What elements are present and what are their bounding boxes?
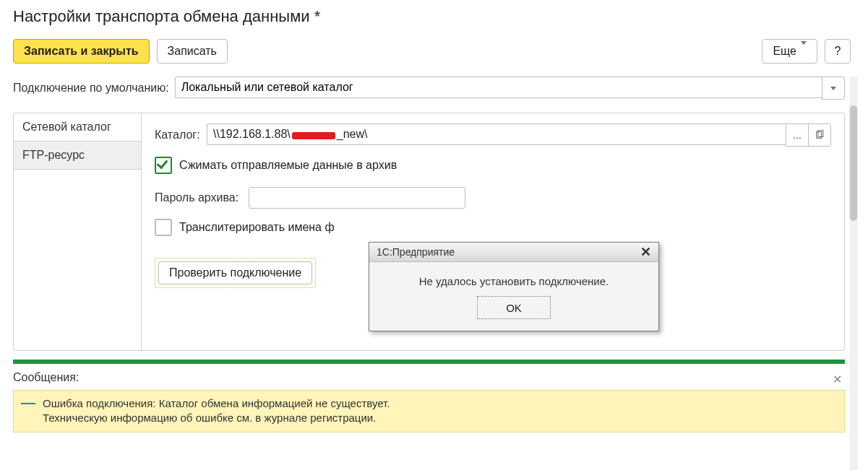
dialog-title-text: 1С:Предприятие: [377, 246, 455, 258]
default-connection-label: Подключение по умолчанию:: [13, 82, 169, 95]
more-button-label: Еще: [773, 45, 796, 58]
help-button[interactable]: ?: [825, 39, 851, 64]
message-item: — Ошибка подключения: Каталог обмена инф…: [13, 390, 845, 432]
more-button[interactable]: Еще: [762, 39, 817, 64]
messages-header: Сообщения: ✕: [13, 368, 845, 390]
message-text: Ошибка подключения: Каталог обмена инфор…: [43, 396, 390, 426]
scrollbar-thumb[interactable]: [850, 105, 857, 221]
catalog-input[interactable]: \\192.168.1.88\ _new\: [207, 123, 786, 145]
translit-checkbox[interactable]: [155, 219, 172, 236]
default-connection-row: Подключение по умолчанию:: [13, 77, 845, 100]
dialog-body: Не удалось установить подключение.: [369, 262, 658, 293]
svg-rect-0: [817, 132, 822, 139]
compress-row: Сжимать отправляемые данные в архив: [155, 157, 831, 174]
compress-checkbox[interactable]: [155, 157, 172, 174]
archive-password-row: Пароль архива:: [155, 187, 831, 209]
check-connection-wrap: Проверить подключение: [155, 258, 316, 288]
redacted-segment: [292, 132, 335, 139]
compress-label: Сжимать отправляемые данные в архив: [179, 159, 397, 172]
catalog-copy-button[interactable]: [808, 123, 831, 147]
tab-network-catalog[interactable]: Сетевой каталог: [14, 113, 141, 142]
tabs: Сетевой каталог FTP-ресурс: [14, 113, 142, 350]
check-connection-button[interactable]: Проверить подключение: [158, 261, 312, 284]
save-button[interactable]: Записать: [157, 39, 228, 64]
chevron-down-icon: [830, 87, 836, 90]
messages-label: Сообщения:: [13, 371, 79, 384]
toolbar: Записать и закрыть Записать Еще ?: [13, 39, 858, 64]
catalog-label: Каталог:: [155, 129, 207, 142]
chevron-down-icon: [801, 45, 807, 58]
catalog-value-suffix: _new\: [337, 128, 368, 141]
separator: [13, 360, 845, 364]
archive-password-input[interactable]: [249, 187, 465, 209]
error-dialog: 1С:Предприятие ✕ Не удалось установить п…: [369, 242, 659, 331]
page-title: Настройки транспорта обмена данными *: [13, 7, 858, 26]
translit-label: Транслитерировать имена ф: [179, 221, 335, 234]
copy-icon: [815, 130, 825, 140]
tab-ftp-resource[interactable]: FTP-ресурс: [14, 142, 141, 170]
svg-rect-1: [818, 131, 823, 137]
dialog-titlebar[interactable]: 1С:Предприятие ✕: [369, 243, 658, 262]
message-line2: Техническую информацию об ошибке см. в ж…: [43, 412, 376, 424]
dialog-close-button[interactable]: ✕: [637, 244, 654, 260]
translit-row: Транслитерировать имена ф: [155, 219, 831, 236]
default-connection-input[interactable]: [175, 77, 822, 98]
catalog-row: Каталог: \\192.168.1.88\ _new\ ...: [155, 123, 831, 147]
save-and-close-button[interactable]: Записать и закрыть: [13, 39, 150, 64]
messages-close-button[interactable]: ✕: [830, 370, 845, 389]
message-line1: Ошибка подключения: Каталог обмена инфор…: [43, 397, 390, 409]
window: Настройки транспорта обмена данными * За…: [0, 0, 868, 470]
default-connection-dropdown-button[interactable]: [822, 77, 845, 100]
dialog-ok-button[interactable]: OK: [477, 296, 551, 319]
scrollbar[interactable]: [849, 77, 858, 470]
dash-icon: —: [21, 396, 35, 408]
archive-password-label: Пароль архива:: [155, 191, 249, 204]
catalog-value-prefix: \\192.168.1.88\: [213, 128, 291, 141]
catalog-browse-button[interactable]: ...: [786, 123, 808, 147]
